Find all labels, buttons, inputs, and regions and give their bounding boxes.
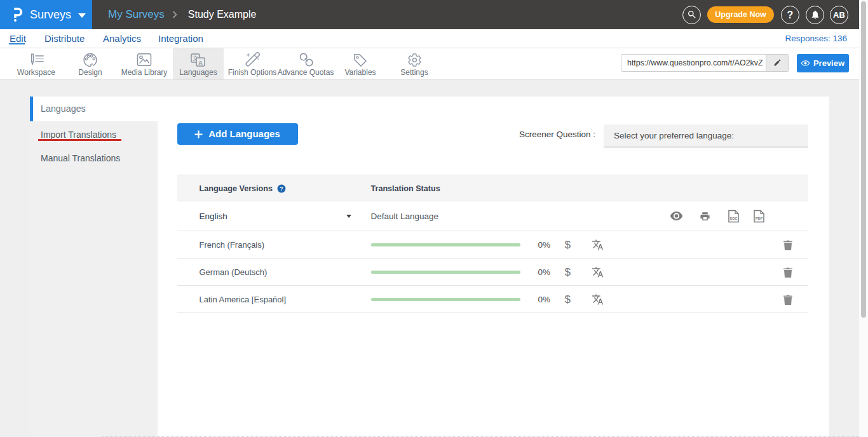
svg-text:PDF: PDF (755, 216, 763, 220)
svg-text:DOC: DOC (729, 216, 737, 220)
svg-text:?: ? (280, 185, 283, 192)
svg-text:A: A (198, 60, 203, 66)
